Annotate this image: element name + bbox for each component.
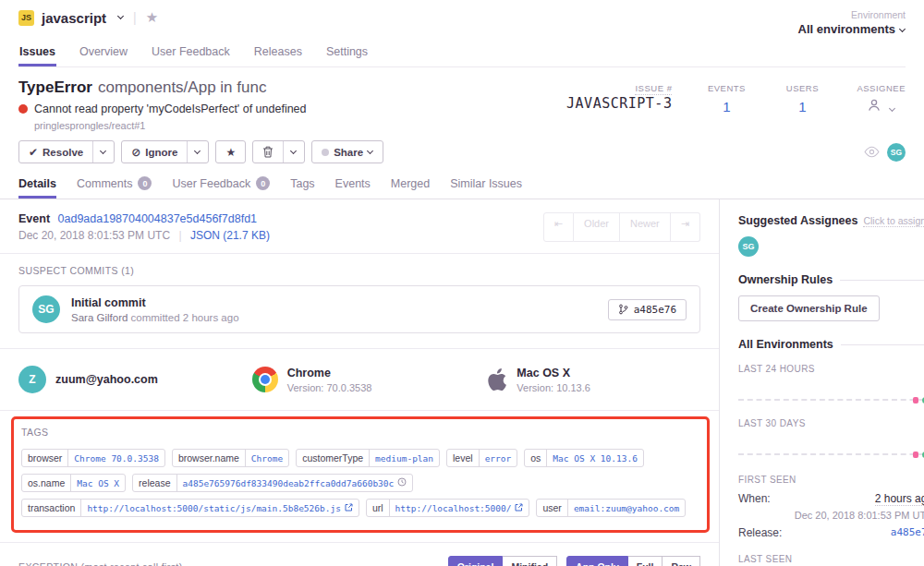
delete-dropdown-button[interactable] — [283, 141, 304, 163]
events-count[interactable]: 1 — [705, 99, 748, 114]
tag-value-link[interactable]: error — [479, 450, 517, 466]
seen-list: FIRST SEEN When: 2 hours ago Dec 20, 201… — [738, 475, 924, 566]
red-annotation-box-tags: TAGS browser Chrome 70.0.3538 — [11, 416, 710, 533]
error-level-dot — [18, 104, 28, 114]
tag-key: release — [133, 475, 176, 491]
tag-value-link[interactable]: a485e765976df833490deab2ffca0dd7a660b30c — [176, 475, 413, 491]
release-link[interactable]: a485e76 — [891, 526, 924, 539]
tag-value-link[interactable]: Mac OS X 10.13.6 — [546, 450, 643, 466]
issue-short-id: JAVASCRIPT-3 — [566, 95, 672, 112]
tag-value: Chrome 70.0.3538 — [74, 453, 159, 464]
commit-sha: a485e76 — [634, 304, 676, 316]
delete-button-group — [252, 140, 305, 163]
newest-event-button[interactable]: ⇥ — [671, 212, 700, 242]
issue-title: TypeErrorcomponents/App in func — [18, 78, 307, 97]
tag-pill: url http://localhost:5000/ — [366, 499, 530, 517]
suggested-assignee-avatar[interactable]: SG — [738, 236, 759, 257]
project-nav-tab[interactable]: User Feedback — [151, 45, 231, 66]
chevron-down-icon — [290, 147, 297, 153]
event-id-link[interactable]: 0ad9ada198704004837e5d456f7d8fd1 — [58, 212, 258, 225]
share-label: Share — [334, 147, 363, 158]
issue-tab-label: Merged — [391, 177, 430, 190]
tag-value-link[interactable]: http://localhost:5000/static/js/main.5b8… — [80, 500, 359, 516]
tag-value: Mac OS X — [77, 478, 119, 488]
ignore-button-group: ⊘ Ignore — [121, 140, 209, 163]
tag-pill: os.name Mac OS X — [21, 474, 126, 492]
chevron-down-icon — [899, 26, 906, 32]
tag-value: Mac OS X 10.13.6 — [553, 453, 638, 464]
user-avatar: Z — [18, 366, 46, 393]
issue-tab-label: User Feedback — [172, 177, 250, 190]
tag-value-link[interactable]: http://localhost:5000/ — [389, 500, 529, 516]
project-selector[interactable]: JS javascript | ★ — [18, 9, 158, 26]
project-nav-tab[interactable]: Settings — [325, 45, 369, 66]
project-nav-tab[interactable]: Releases — [253, 45, 303, 66]
commit-sha-button[interactable]: a485e76 — [608, 299, 687, 320]
event-json-link[interactable]: JSON (21.7 KB) — [190, 229, 270, 242]
issue-tabs: Details Comments 0 User Feedback 0 Tags … — [18, 176, 906, 199]
source-toggle-button[interactable]: Minified — [503, 556, 557, 566]
issue-tab[interactable]: User Feedback 0 — [172, 176, 270, 199]
external-link-icon — [345, 503, 353, 513]
tag-value-link[interactable]: email:zuum@yahoo.com — [567, 500, 685, 516]
ignore-dropdown-button[interactable] — [187, 141, 208, 163]
issue-action-row: ✔ Resolve ⊘ Ignore ★ — [18, 140, 906, 163]
check-icon: ✔ — [29, 146, 38, 159]
exception-heading-note: (most recent call first) — [81, 561, 183, 566]
frame-filter-button[interactable]: Raw — [663, 556, 700, 566]
older-event-button[interactable]: Older — [574, 212, 620, 242]
bookmark-button[interactable]: ★ — [215, 140, 246, 163]
browser-name: Chrome — [287, 367, 372, 379]
main-column: Event 0ad9ada198704004837e5d456f7d8fd1 D… — [0, 199, 720, 566]
subscribe-eye-icon[interactable] — [864, 146, 880, 158]
newer-event-button[interactable]: Newer — [620, 212, 671, 242]
context-user: Z zuum@yahoo.com — [18, 366, 234, 393]
tag-pill: release a485e765976df833490deab2ffca0dd7… — [132, 474, 413, 492]
all-environments-heading: All Environments — [738, 338, 924, 351]
issue-tab[interactable]: Comments 0 — [77, 176, 152, 199]
ignore-button[interactable]: ⊘ Ignore — [122, 141, 187, 163]
issue-tab[interactable]: Similar Issues — [450, 176, 522, 199]
chevron-down-icon — [117, 13, 124, 19]
commit-author: Sara Gilford — [71, 312, 128, 323]
delete-button[interactable] — [253, 141, 283, 163]
issue-tab[interactable]: Events — [335, 176, 371, 199]
issue-tab[interactable]: Merged — [391, 176, 430, 199]
issue-tab[interactable]: Details — [18, 176, 56, 199]
commit-author-avatar: SG — [32, 295, 60, 323]
tag-value-link[interactable]: Chrome 70.0.3538 — [67, 450, 164, 466]
issue-tab-label: Comments — [77, 177, 132, 190]
source-toggle-button[interactable]: Original — [448, 556, 504, 566]
tag-pill: level error — [446, 449, 517, 467]
project-nav-tab[interactable]: Issues — [18, 45, 56, 66]
tab-count-badge: 0 — [138, 176, 152, 190]
frame-filter-button[interactable]: App Only — [566, 556, 628, 566]
tag-key: os — [525, 450, 546, 466]
commit-card: SG Initial commit Sara Gilford committed… — [18, 285, 700, 333]
frame-filter-button[interactable]: Full — [628, 556, 663, 566]
issue-tab[interactable]: Tags — [290, 176, 314, 199]
oldest-event-button[interactable]: ⇤ — [543, 212, 574, 242]
issue-annotation[interactable]: pringlesprongles/react#1 — [34, 120, 307, 131]
tag-value-link[interactable]: Mac OS X — [70, 475, 125, 491]
resolve-button[interactable]: ✔ Resolve — [19, 141, 92, 163]
create-ownership-rule-button[interactable]: Create Ownership Rule — [738, 295, 880, 321]
users-count[interactable]: 1 — [781, 99, 823, 114]
assignee-dropdown[interactable] — [857, 98, 906, 115]
tag-value: Chrome — [251, 453, 283, 464]
tag-value-link[interactable]: Chrome — [245, 450, 288, 466]
tag-value: http://localhost:5000/static/js/main.5b8… — [87, 503, 341, 513]
environment-selector[interactable]: All environments — [798, 22, 906, 36]
event-sparkline — [738, 374, 924, 405]
share-button[interactable]: Share — [311, 140, 383, 163]
project-nav-tab[interactable]: Overview — [79, 45, 128, 66]
seen-date: Dec 20, 2018 8:01:53 PM UTC — [738, 510, 924, 521]
issue-type: TypeError — [18, 78, 92, 96]
bookmark-project-star-icon[interactable]: ★ — [146, 9, 158, 26]
when-value: 2 hours ago — [875, 492, 924, 506]
git-branch-icon — [618, 304, 628, 315]
project-name[interactable]: javascript — [42, 10, 106, 26]
resolve-dropdown-button[interactable] — [92, 141, 114, 163]
tag-value-link[interactable]: medium-plan — [369, 450, 439, 466]
sidebar: Suggested Assignees Click to assign SG O… — [720, 199, 924, 566]
